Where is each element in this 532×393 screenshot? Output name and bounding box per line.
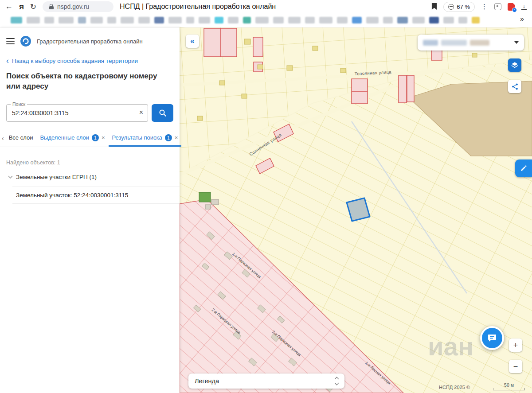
close-tab-icon[interactable]: × (102, 134, 105, 141)
results-group-egrn[interactable]: Земельные участки ЕГРН (1) (9, 174, 173, 180)
bookmark-favicon[interactable] (352, 17, 362, 23)
bookmark-favicon[interactable] (228, 17, 239, 23)
search-input-label: Поиск (11, 101, 27, 107)
pencil-icon (520, 164, 528, 172)
tab-selected-layers[interactable]: Выделенные слои 1 × (36, 132, 108, 147)
refresh-icon[interactable]: ↻ (30, 2, 36, 12)
bookmark-favicon[interactable] (138, 17, 150, 23)
bookmark-favicon[interactable] (243, 17, 251, 23)
app-title: Градостроительная проработка онлайн (37, 38, 143, 45)
browser-window: ← Я ↻ nspd.gov.ru НСПД | Градостроительн… (0, 0, 532, 393)
search-input-value: 52:24:0030001:3115 (12, 109, 68, 117)
bookmark-favicon[interactable] (255, 17, 269, 23)
bookmark-favicon[interactable] (383, 17, 393, 23)
bookmark-favicon[interactable] (305, 17, 315, 23)
map-scalebar: 50 м (493, 382, 525, 390)
zoom-out-circle-icon (448, 4, 454, 10)
bookmark-favicon[interactable] (121, 17, 134, 23)
browser-toolbar: ← Я ↻ nspd.gov.ru НСПД | Градостроительн… (0, 0, 532, 13)
bookmark-favicon[interactable] (168, 17, 182, 23)
back-icon[interactable]: ← (5, 2, 13, 11)
url-text: nspd.gov.ru (57, 3, 89, 10)
bookmark-favicon[interactable] (27, 17, 40, 23)
layers-tabs: ‹ Все слои Выделенные слои 1 × Результат… (0, 132, 180, 147)
legend-bar[interactable]: Легенда (188, 374, 344, 389)
chat-fab-button[interactable] (480, 326, 504, 350)
bookmark-favicon[interactable] (412, 17, 425, 23)
share-icon (511, 83, 519, 90)
map-canvas[interactable]: Тополиная улица Солнечная улица 1-я Парк… (180, 27, 532, 393)
zoom-level: 67 % (457, 4, 470, 10)
zoom-out-button[interactable]: − (509, 360, 522, 373)
bookmark-favicon[interactable] (337, 17, 348, 23)
back-to-territory-link[interactable]: ‹ Назад к выбору способа задания террито… (6, 58, 173, 64)
search-button[interactable] (152, 104, 173, 122)
bookmark-favicon[interactable] (59, 17, 74, 23)
chat-icon (487, 333, 497, 343)
tab-label: Все слои (9, 134, 33, 141)
chevron-down-icon (8, 174, 13, 178)
tab-label: Результаты поиска (112, 134, 162, 141)
bookmarks-strip[interactable] (11, 17, 480, 23)
bookmark-favicon[interactable] (11, 17, 22, 23)
bookmark-favicon[interactable] (107, 17, 116, 23)
collapse-sidebar-button[interactable]: « (186, 35, 199, 48)
check-badge-icon: ✓ (512, 8, 517, 12)
bookmark-favicon[interactable] (443, 17, 454, 23)
bookmark-favicon[interactable] (44, 17, 54, 23)
basemap-dropdown[interactable] (418, 35, 524, 51)
legend-expand-icon (335, 377, 338, 385)
bookmark-favicon[interactable] (366, 17, 379, 23)
tab-search-results[interactable]: Результаты поиска 1 × (109, 132, 182, 147)
gray-building (211, 199, 219, 205)
toolbar-actions: 67 % ⋮ ✓ ↓ (431, 2, 527, 12)
bookmark-favicon[interactable] (429, 17, 439, 23)
tab-all-layers[interactable]: Все слои (5, 132, 37, 146)
bookmark-favicon[interactable] (472, 17, 480, 23)
caret-down-icon (514, 41, 519, 44)
menu-kebab-icon[interactable]: ⋮ (481, 3, 488, 11)
extension-icon[interactable] (494, 3, 501, 10)
back-link-label: Назад к выбору способа задания территори… (12, 58, 138, 64)
blurred-text (423, 40, 438, 46)
download-icon[interactable]: ↓ (521, 4, 527, 10)
bookmark-favicon[interactable] (458, 17, 467, 23)
search-input[interactable]: Поиск 52:24:0030001:3115 × (6, 104, 148, 122)
address-bar[interactable]: nspd.gov.ru (43, 1, 113, 12)
sidebar-panel: Градостроительная проработка онлайн ‹ На… (0, 27, 180, 393)
bookmark-favicon[interactable] (319, 17, 332, 23)
count-badge: 1 (92, 134, 99, 141)
share-button[interactable] (508, 80, 521, 93)
yandex-logo-icon[interactable]: Я (19, 3, 24, 11)
map-container: Тополиная улица Солнечная улица 1-я Парк… (180, 27, 532, 393)
hamburger-menu-icon[interactable] (6, 38, 15, 44)
map-attribution: НСПД 2025 © (439, 385, 470, 390)
close-tab-icon[interactable]: × (175, 134, 178, 141)
gray-building (205, 205, 211, 209)
bookmark-favicon[interactable] (186, 17, 194, 23)
tab-label: Выделенные слои (40, 134, 89, 141)
watermark-text: иан (428, 332, 473, 361)
draw-tools-tab[interactable] (515, 160, 532, 177)
zoom-in-button[interactable]: + (509, 339, 522, 352)
result-item-parcel[interactable]: Земельный участок: 52:24:0030001:3115 (12, 187, 180, 204)
bookmark-favicon[interactable] (397, 17, 408, 23)
bookmark-favicon[interactable] (215, 17, 223, 23)
bookmark-favicon[interactable] (78, 17, 86, 23)
panel-heading: Поиск объекта по кадастровому номеру или… (6, 71, 171, 92)
bookmark-icon[interactable] (431, 3, 437, 10)
blurred-text (470, 40, 489, 46)
tabs-scroll-left-icon[interactable]: ‹ (1, 132, 5, 142)
bookmark-favicon[interactable] (154, 17, 164, 23)
bookmark-favicon[interactable] (90, 17, 103, 23)
zoom-indicator[interactable]: 67 % (443, 2, 475, 12)
layers-button[interactable] (508, 58, 521, 72)
bookmarks-overflow-icon[interactable]: » (518, 15, 526, 23)
clear-icon[interactable]: × (139, 109, 143, 117)
bookmark-favicon[interactable] (288, 17, 301, 23)
bookmark-favicon[interactable] (199, 17, 210, 23)
app-main: Градостроительная проработка онлайн ‹ На… (0, 27, 532, 393)
legend-label: Легенда (195, 377, 219, 385)
bookmark-favicon[interactable] (273, 17, 284, 23)
pdf-extension-icon[interactable]: ✓ (508, 3, 515, 11)
